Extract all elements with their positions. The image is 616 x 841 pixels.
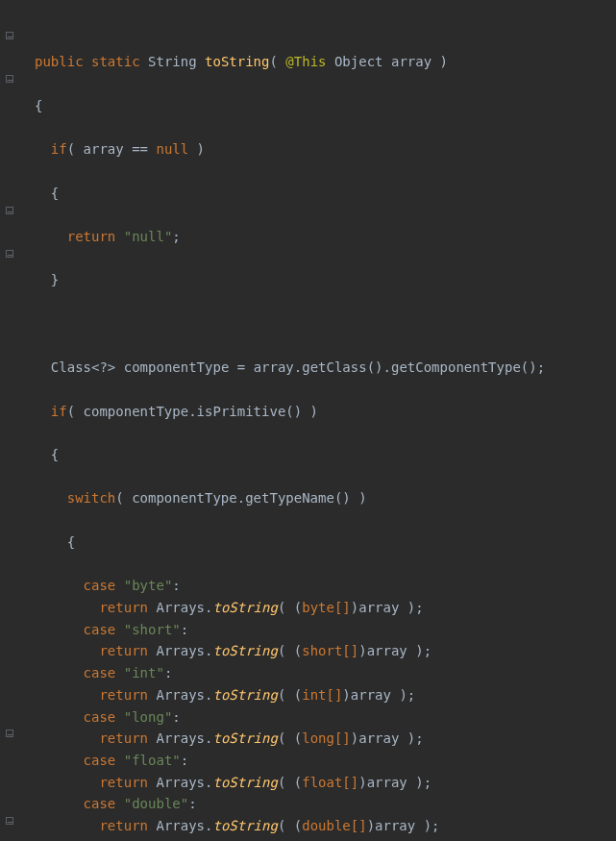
identifier: array (351, 687, 391, 703)
identifier: array (358, 730, 399, 746)
code-line: return Arrays.toString( (float[])array )… (35, 772, 545, 794)
code-line: case "char": (35, 837, 545, 841)
keyword-static: static (91, 54, 140, 69)
cast-type: short[] (302, 643, 358, 658)
keyword-case: case (84, 578, 116, 593)
code-line: { (35, 532, 545, 554)
keyword-return: return (99, 643, 148, 658)
keyword-return: return (99, 600, 148, 615)
type-ref: Arrays (156, 643, 205, 658)
code-line: return Arrays.toString( (double[])array … (35, 815, 545, 837)
identifier: array (84, 141, 124, 157)
code-line: case "int": (35, 662, 545, 684)
param-name: array (391, 54, 431, 69)
method-call: toString (212, 643, 277, 658)
fold-marker[interactable] (6, 32, 13, 39)
cast-type: long[] (302, 730, 351, 746)
code-line: Class<?> componentType = array.getClass(… (35, 357, 545, 379)
identifier: array (367, 775, 407, 790)
keyword-case: case (84, 753, 116, 768)
code-line: case "byte": (35, 575, 545, 597)
method-call: getComponentType (391, 359, 521, 375)
string-literal: "int" (124, 665, 164, 680)
identifier: componentType (84, 404, 189, 419)
cast-type: int[] (302, 687, 342, 703)
keyword-return: return (99, 818, 148, 833)
code-line: } (35, 269, 545, 291)
type-ref: Arrays (156, 730, 205, 746)
identifier: array (254, 359, 294, 375)
method-call: toString (212, 687, 277, 703)
keyword-return: return (99, 775, 148, 790)
cast-type: float[] (302, 775, 358, 790)
method-call: getClass (302, 359, 366, 375)
fold-marker[interactable] (6, 250, 13, 258)
type-ref: Arrays (156, 775, 205, 790)
code-area[interactable]: public static String toString( @This Obj… (19, 0, 545, 841)
code-line: case "float": (35, 750, 545, 772)
code-line: case "long": (35, 706, 545, 729)
keyword-null: null (156, 141, 188, 157)
code-line: return Arrays.toString( (short[])array )… (35, 640, 545, 662)
code-line: if( componentType.isPrimitive() ) (35, 401, 545, 423)
code-line: { (35, 444, 545, 466)
method-call: getTypeName (245, 490, 334, 506)
code-line: case "double": (35, 793, 545, 815)
type-ref: Arrays (156, 818, 205, 833)
keyword-case: case (84, 709, 116, 725)
keyword-case: case (84, 796, 116, 811)
keyword-return: return (67, 229, 116, 244)
annotation: @This (285, 54, 326, 69)
keyword-return: return (99, 687, 148, 703)
method-call: isPrimitive (197, 404, 286, 419)
string-literal: "short" (124, 622, 181, 637)
method-call: toString (212, 600, 277, 615)
code-line: return Arrays.toString( (byte[])array ); (35, 597, 545, 619)
param-type: Object (334, 54, 383, 69)
code-line: return "null"; (35, 226, 545, 248)
identifier: array (375, 818, 415, 833)
keyword-case: case (84, 622, 116, 637)
code-line: case "short": (35, 619, 545, 641)
code-line: public static String toString( @This Obj… (35, 51, 545, 73)
code-line: return Arrays.toString( (int[])array ); (35, 684, 545, 706)
identifier: array (367, 643, 407, 658)
operator-eq: == (132, 141, 148, 157)
keyword-public: public (35, 54, 84, 69)
fold-marker[interactable] (6, 730, 13, 737)
method-call: toString (212, 775, 277, 790)
code-line: switch( componentType.getTypeName() ) (35, 487, 545, 509)
method-call: toString (212, 818, 277, 833)
type-ref: Arrays (156, 687, 205, 703)
variable: componentType (124, 359, 230, 375)
keyword-if: if (51, 404, 67, 419)
method-name: toString (205, 54, 269, 69)
code-line: if( array == null ) (35, 138, 545, 161)
string-literal: "null" (124, 229, 173, 244)
gutter (0, 0, 19, 841)
code-line: { (35, 183, 545, 205)
keyword-if: if (51, 141, 67, 157)
identifier: array (358, 600, 399, 615)
string-literal: "byte" (124, 578, 173, 593)
fold-marker[interactable] (6, 817, 13, 825)
string-literal: "float" (124, 753, 181, 768)
fold-marker[interactable] (6, 75, 13, 83)
code-line (35, 313, 545, 335)
type-ref: Class<?> (51, 359, 115, 375)
cast-type: byte[] (302, 600, 351, 615)
string-literal: "double" (124, 796, 188, 811)
string-literal: "long" (124, 709, 173, 725)
code-line: return Arrays.toString( (long[])array ); (35, 728, 545, 750)
code-line: { (35, 95, 545, 117)
type-ref: Arrays (156, 600, 205, 615)
keyword-return: return (99, 730, 148, 746)
identifier: componentType (132, 490, 237, 506)
method-call: toString (212, 730, 277, 746)
keyword-switch: switch (67, 490, 116, 506)
cast-type: double[] (302, 818, 366, 833)
keyword-case: case (84, 665, 116, 680)
return-type: String (148, 54, 197, 69)
code-editor[interactable]: public static String toString( @This Obj… (0, 0, 616, 841)
fold-marker[interactable] (6, 207, 13, 214)
